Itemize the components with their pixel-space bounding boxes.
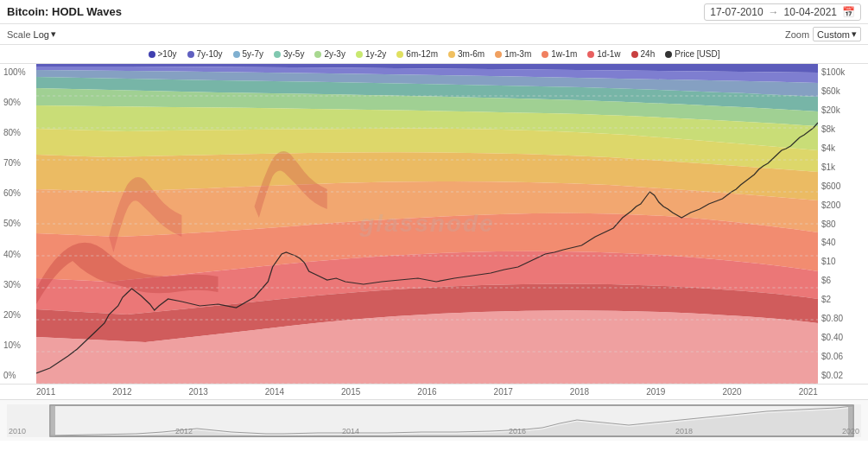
zoom-control: Zoom Custom ▾ — [785, 27, 861, 41]
minimap-label: 2012 — [175, 427, 193, 435]
y-axis-right-label: $4k — [821, 143, 835, 153]
y-axis-right-label: $60k — [821, 86, 840, 96]
zoom-value: Custom — [817, 29, 850, 40]
legend-label-1y2y: 1y-2y — [365, 49, 386, 59]
x-axis-label: 2020 — [722, 387, 741, 397]
minimap-inner: 201020122014201620182020 — [7, 404, 861, 437]
x-axis-label: 2012 — [112, 387, 131, 397]
y-axis-right-label: $80 — [821, 219, 836, 229]
legend-dot-5y7y — [233, 51, 240, 58]
legend-item-24h[interactable]: 24h — [631, 49, 656, 59]
y-axis-right-label: $1k — [821, 162, 835, 172]
calendar-icon: 📅 — [842, 6, 855, 18]
y-axis-right: $100k$60k$20k$8k$4k$1k$600$200$80$40$10$… — [818, 64, 868, 384]
legend-item-2y3y[interactable]: 2y-3y — [314, 49, 345, 59]
chart-area: 100%90%80%70%60%50%40%30%20%10%0% — [0, 64, 868, 384]
x-axis-label: 2013 — [189, 387, 208, 397]
minimap-label: 2018 — [675, 427, 693, 435]
date-end: 10-04-2021 — [784, 6, 837, 18]
date-range-selector[interactable]: 17-07-2010 → 10-04-2021 📅 — [704, 3, 861, 21]
header: Bitcoin: HODL Waves 17-07-2010 → 10-04-2… — [0, 0, 868, 24]
minimap: 201020122014201620182020 — [0, 399, 868, 441]
date-arrow: → — [769, 6, 779, 18]
legend-label-24h: 24h — [641, 49, 656, 59]
legend-item-3m6m[interactable]: 3m-6m — [448, 49, 485, 59]
zoom-dropdown[interactable]: Custom ▾ — [813, 27, 861, 41]
y-axis-right-label: $600 — [821, 181, 840, 191]
chart-canvas: glassnode — [36, 64, 818, 384]
y-axis-left-label: 10% — [3, 340, 33, 350]
legend-dot-1y2y — [356, 51, 363, 58]
legend-label-3y5y: 3y-5y — [283, 49, 304, 59]
legend-label-5y7y: 5y-7y — [243, 49, 263, 59]
x-axis-label: 2017 — [494, 387, 513, 397]
y-axis-left-label: 70% — [3, 158, 33, 168]
legend-dot-3m6m — [448, 51, 455, 58]
legend-dot-1m3m — [495, 51, 502, 58]
x-axis-label: 2011 — [36, 387, 55, 397]
minimap-label: 2014 — [342, 427, 359, 435]
y-axis-right-label: $20k — [821, 105, 840, 115]
chevron-down-icon: ▾ — [51, 29, 56, 40]
legend-label-6m12m: 6m-12m — [406, 49, 438, 59]
legend-dot-price — [665, 51, 672, 58]
minimap-label: 2016 — [509, 427, 526, 435]
legend-label-gt10y: >10y — [158, 49, 177, 59]
legend-item-1m3m[interactable]: 1m-3m — [495, 49, 531, 59]
legend-dot-3y5y — [274, 51, 281, 58]
legend-item-1d1w[interactable]: 1d-1w — [587, 49, 620, 59]
minimap-label: 2020 — [842, 427, 859, 435]
x-axis-label: 2014 — [265, 387, 284, 397]
legend-item-6m12m[interactable]: 6m-12m — [396, 49, 438, 59]
y-axis-left-label: 60% — [3, 188, 33, 198]
legend-item-1y2y[interactable]: 1y-2y — [356, 49, 386, 59]
controls-bar: Scale Log ▾ Zoom Custom ▾ — [0, 24, 868, 45]
y-axis-right-label: $0.02 — [821, 371, 843, 380]
scale-dropdown[interactable]: Log ▾ — [34, 29, 56, 40]
legend-item-1w1m[interactable]: 1w-1m — [542, 49, 577, 59]
legend-dot-2y3y — [314, 51, 321, 58]
y-axis-right-label: $10 — [821, 257, 836, 266]
legend-dot-6m12m — [396, 51, 403, 58]
legend-label-1d1w: 1d-1w — [597, 49, 620, 59]
legend-item-gt10y[interactable]: >10y — [149, 49, 177, 59]
x-axis-label: 2021 — [799, 387, 818, 397]
legend-dot-1d1w — [587, 51, 594, 58]
scale-value: Log — [34, 29, 49, 40]
y-axis-right-label: $6 — [821, 276, 831, 285]
x-axis-label: 2018 — [570, 387, 589, 397]
y-axis-left-label: 20% — [3, 310, 33, 320]
legend-item-3y5y[interactable]: 3y-5y — [274, 49, 304, 59]
legend-item-price[interactable]: Price [USD] — [665, 49, 719, 59]
legend-item-7y10y[interactable]: 7y-10y — [187, 49, 223, 59]
y-axis-left-label: 90% — [3, 98, 33, 107]
legend-label-1w1m: 1w-1m — [551, 49, 577, 59]
legend-label-2y3y: 2y-3y — [324, 49, 345, 59]
y-axis-right-label: $40 — [821, 238, 836, 247]
date-start: 17-07-2010 — [710, 6, 763, 18]
legend-label-3m6m: 3m-6m — [458, 49, 485, 59]
y-axis-right-label: $2 — [821, 295, 831, 304]
scale-label: Scale — [7, 29, 31, 40]
y-axis-right-label: $200 — [821, 200, 840, 210]
y-axis-left-label: 40% — [3, 250, 33, 259]
x-axis-label: 2015 — [341, 387, 360, 397]
legend-dot-1w1m — [542, 51, 548, 58]
legend-dot-24h — [631, 51, 638, 58]
minimap-labels: 201020122014201620182020 — [7, 427, 861, 435]
legend-bar: >10y7y-10y5y-7y3y-5y2y-3y1y-2y6m-12m3m-6… — [0, 45, 868, 64]
legend-dot-gt10y — [149, 51, 155, 58]
x-axis-label: 2019 — [646, 387, 665, 397]
minimap-label: 2010 — [9, 427, 26, 435]
scale-control: Scale Log ▾ — [7, 29, 56, 40]
y-axis-left-label: 0% — [3, 371, 33, 380]
chevron-down-icon-zoom: ▾ — [852, 29, 857, 40]
legend-item-5y7y[interactable]: 5y-7y — [233, 49, 263, 59]
legend-dot-7y10y — [187, 51, 194, 58]
chart-title: Bitcoin: HODL Waves — [7, 5, 122, 18]
y-axis-right-label: $0.80 — [821, 314, 843, 323]
x-axis-label: 2016 — [417, 387, 436, 397]
y-axis-right-label: $0.40 — [821, 333, 843, 342]
y-axis-right-label: $8k — [821, 124, 835, 134]
y-axis-left-label: 30% — [3, 280, 33, 289]
